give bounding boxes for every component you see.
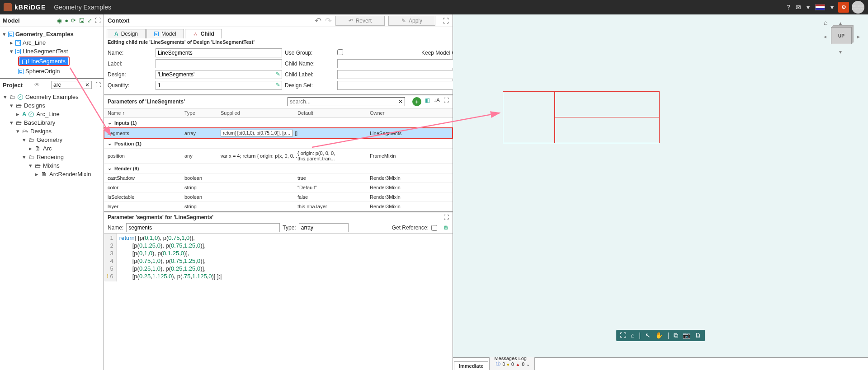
eraser-icon[interactable]: ◧ (425, 97, 430, 106)
group-render[interactable]: ⌄Render (9) (104, 164, 453, 173)
ptree-arcrendermixin[interactable]: ▸🗎ArcRenderMixin (3, 170, 101, 178)
caret-icon[interactable]: ▸ (9, 39, 14, 46)
name-input[interactable] (156, 48, 282, 57)
designset-label: Design Set: (285, 82, 335, 89)
tab-model[interactable]: Model (146, 29, 184, 38)
caret-icon[interactable]: ▾ (9, 48, 14, 55)
group-position[interactable]: ⌄Position (1) (104, 139, 453, 149)
childname-label: Child Name: (285, 61, 335, 67)
project-search-input[interactable] (53, 82, 85, 88)
revert-button[interactable]: ↶Revert (335, 16, 385, 26)
undo-icon[interactable]: ↶ (315, 16, 321, 26)
messages-caret-icon[interactable]: ⌄ (526, 362, 530, 367)
clear-search-icon[interactable]: ✕ (85, 82, 90, 88)
apply-button[interactable]: ✎Apply (388, 16, 435, 26)
param-row[interactable]: colorstring"Default"Render3Mixin (104, 183, 453, 192)
viewport-column: ⌂ ▴ ◂ ▸ ▾ UP ⛶ ⌂ | ↖ ✋ | ⧉ 📷 🗎 (453, 14, 868, 370)
refresh-icon[interactable]: ⟳ (71, 17, 76, 24)
design-label: Design: (108, 71, 153, 78)
bracket-icon[interactable]: [] (295, 131, 297, 136)
user-avatar[interactable]: kBRiDGE Examples (852, 1, 864, 14)
3d-viewport[interactable]: ⌂ ▴ ◂ ▸ ▾ UP ⛶ ⌂ | ↖ ✋ | ⧉ 📷 🗎 (453, 14, 868, 357)
export-icon[interactable]: 🗎 (695, 332, 701, 339)
sort-icon[interactable]: ↓A (434, 97, 440, 106)
tree-node-arcline[interactable]: ▸ Arc_Line (2, 38, 102, 47)
tri-right-icon[interactable]: ▸ (857, 33, 860, 40)
param-row[interactable]: castShadowbooleantrueRender3Mixin (104, 173, 453, 183)
quantity-input[interactable] (156, 81, 282, 90)
param-row[interactable]: layerstringthis.nha.layerRender3Mixin (104, 202, 453, 211)
label-input[interactable] (156, 59, 282, 68)
tree-root[interactable]: ▾ Geometry_Examples (2, 30, 102, 38)
param-editor-form: Name: Type: Get Reference: 🗎 (104, 222, 453, 233)
project-search[interactable]: ✕ (51, 81, 92, 89)
code-lines[interactable]: return[ [p(0,1,0), p(0.75,1,0)], [p(0,1.… (117, 234, 225, 281)
code-editor[interactable]: 12345⁞ 6 return[ [p(0,1,0), p(0.75,1,0)]… (104, 233, 453, 281)
left-column: Model ◉ ● ⟳ 🖫 ⤢ ⛶ ▾ Geometry_Examples ▸ … (0, 14, 104, 370)
select-icon[interactable]: ↖ (645, 332, 651, 339)
fit-icon[interactable]: ⛶ (620, 332, 626, 339)
save-icon[interactable]: 🖫 (79, 17, 85, 24)
play-icon[interactable]: ◉ (57, 17, 62, 24)
fullscreen-icon[interactable]: ⛶ (95, 17, 101, 24)
ptree-arc[interactable]: ▸🗎Arc (3, 144, 101, 153)
tri-down-icon[interactable]: ▾ (839, 49, 842, 55)
mail-caret-icon[interactable]: ▾ (807, 4, 810, 11)
clear-icon[interactable]: ✕ (398, 98, 403, 105)
expand-editor-icon[interactable]: ⛶ (443, 214, 449, 220)
name-label: Name: (108, 50, 153, 56)
ptree-root[interactable]: ▾🗁✓Geometry Examples (3, 93, 101, 101)
ptree-designs2[interactable]: ▾🗁Designs (3, 127, 101, 136)
redo-icon[interactable]: ↷ (325, 16, 332, 26)
ptree-rendering[interactable]: ▾🗁Rendering (3, 153, 101, 161)
tri-left-icon[interactable]: ◂ (824, 33, 826, 40)
cube-icon (8, 32, 14, 37)
view-cube[interactable]: ⌂ ▴ ◂ ▸ ▾ UP (824, 19, 860, 55)
settings-button[interactable]: ⚙ (838, 2, 849, 13)
ptree-mixins[interactable]: ▾🗁Mixins (3, 161, 101, 170)
record-icon[interactable]: ● (65, 17, 68, 24)
project-tree: ▾🗁✓Geometry Examples ▾🗁Designs ▸A✓Arc_Li… (0, 91, 104, 180)
editor-doc-icon[interactable]: 🗎 (443, 225, 449, 231)
collapse-icon[interactable]: ⛶ (95, 82, 101, 88)
home-icon[interactable]: ⌂ (824, 19, 827, 26)
add-param-button[interactable]: + (412, 97, 421, 106)
tab-child[interactable]: ⛬Child (185, 29, 222, 38)
cube-face[interactable]: UP (831, 27, 852, 44)
param-row-segments[interactable]: segments array return[ [p(0,1,0), p(0.75… (104, 128, 453, 139)
param-row[interactable]: isSelectablebooleanfalseRender3Mixin (104, 192, 453, 202)
home-view-icon[interactable]: ⌂ (631, 332, 634, 339)
ptree-geometry[interactable]: ▾🗁Geometry (3, 136, 101, 144)
help-icon[interactable]: ? (787, 4, 790, 11)
locale-flag-icon[interactable] (815, 4, 825, 10)
expand-context-icon[interactable]: ⛶ (443, 17, 449, 24)
expand-icon[interactable]: ⤢ (87, 17, 92, 24)
copy-icon[interactable]: ⧉ (674, 332, 678, 339)
visibility-icon[interactable]: 👁 (34, 82, 40, 88)
camera-icon[interactable]: 📷 (683, 332, 690, 339)
ptree-arcline[interactable]: ▸A✓Arc_Line (3, 110, 101, 118)
param-row-position[interactable]: position any var x = 4; return { origin:… (104, 149, 453, 164)
tree-node-linesegments[interactable]: LineSegments (2, 56, 102, 67)
getref-checkbox[interactable] (431, 225, 437, 231)
caret-icon[interactable]: ▾ (2, 31, 6, 37)
param-type-input[interactable] (299, 223, 349, 232)
expand-params-icon[interactable]: ⛶ (443, 97, 449, 106)
tree-node-sphereorigin[interactable]: SphereOrigin (2, 67, 102, 75)
tab-design[interactable]: ADesign (107, 29, 146, 38)
mail-icon[interactable]: ✉ (796, 4, 801, 11)
tab-immediate[interactable]: Immediate (454, 361, 488, 370)
top-bar: kBRiDGE Geometry Examples ? ✉ ▾ ▾ ⚙ kBRi… (0, 0, 868, 14)
ptree-baselib[interactable]: ▾🗁BaseLibrary (3, 118, 101, 127)
pan-icon[interactable]: ✋ (655, 332, 663, 339)
ptree-designs[interactable]: ▾🗁Designs (3, 101, 101, 110)
group-inputs[interactable]: ⌄Inputs (1) (104, 118, 453, 128)
param-name-input[interactable] (126, 223, 280, 232)
params-search[interactable]: ✕ (288, 97, 405, 106)
params-search-input[interactable] (290, 98, 398, 105)
usegroup-checkbox[interactable] (337, 49, 343, 55)
locale-caret-icon[interactable]: ▾ (830, 4, 834, 11)
tri-up-icon[interactable]: ▴ (839, 20, 842, 26)
tree-node-linesegmenttest[interactable]: ▾ LineSegmentTest (2, 47, 102, 56)
design-input[interactable] (156, 70, 282, 79)
